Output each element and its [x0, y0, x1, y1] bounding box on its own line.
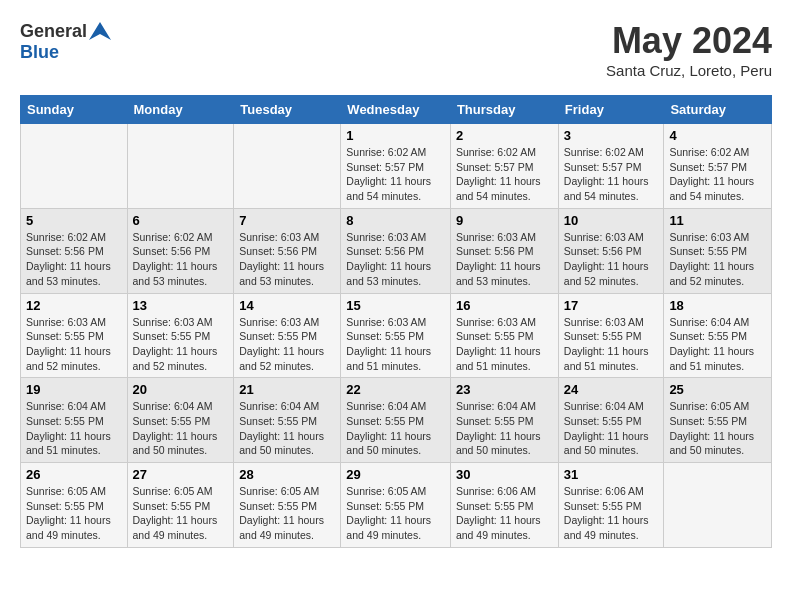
day-number: 14 — [239, 298, 335, 313]
day-info: Sunrise: 6:05 AMSunset: 5:55 PMDaylight:… — [26, 484, 122, 543]
day-info: Sunrise: 6:04 AMSunset: 5:55 PMDaylight:… — [26, 399, 122, 458]
location: Santa Cruz, Loreto, Peru — [606, 62, 772, 79]
calendar-cell: 6Sunrise: 6:02 AMSunset: 5:56 PMDaylight… — [127, 208, 234, 293]
day-number: 8 — [346, 213, 445, 228]
day-info: Sunrise: 6:05 AMSunset: 5:55 PMDaylight:… — [669, 399, 766, 458]
day-number: 26 — [26, 467, 122, 482]
calendar-cell: 13Sunrise: 6:03 AMSunset: 5:55 PMDayligh… — [127, 293, 234, 378]
day-number: 5 — [26, 213, 122, 228]
day-info: Sunrise: 6:05 AMSunset: 5:55 PMDaylight:… — [346, 484, 445, 543]
calendar-table: SundayMondayTuesdayWednesdayThursdayFrid… — [20, 95, 772, 548]
calendar-cell — [664, 463, 772, 548]
day-info: Sunrise: 6:04 AMSunset: 5:55 PMDaylight:… — [456, 399, 553, 458]
day-number: 10 — [564, 213, 659, 228]
calendar-cell: 11Sunrise: 6:03 AMSunset: 5:55 PMDayligh… — [664, 208, 772, 293]
day-info: Sunrise: 6:03 AMSunset: 5:55 PMDaylight:… — [239, 315, 335, 374]
calendar-cell: 18Sunrise: 6:04 AMSunset: 5:55 PMDayligh… — [664, 293, 772, 378]
day-info: Sunrise: 6:05 AMSunset: 5:55 PMDaylight:… — [133, 484, 229, 543]
day-number: 7 — [239, 213, 335, 228]
day-info: Sunrise: 6:03 AMSunset: 5:56 PMDaylight:… — [456, 230, 553, 289]
week-row-4: 26Sunrise: 6:05 AMSunset: 5:55 PMDayligh… — [21, 463, 772, 548]
day-number: 18 — [669, 298, 766, 313]
week-row-2: 12Sunrise: 6:03 AMSunset: 5:55 PMDayligh… — [21, 293, 772, 378]
calendar-cell: 24Sunrise: 6:04 AMSunset: 5:55 PMDayligh… — [558, 378, 664, 463]
day-info: Sunrise: 6:04 AMSunset: 5:55 PMDaylight:… — [346, 399, 445, 458]
day-info: Sunrise: 6:02 AMSunset: 5:56 PMDaylight:… — [26, 230, 122, 289]
day-info: Sunrise: 6:03 AMSunset: 5:55 PMDaylight:… — [346, 315, 445, 374]
day-number: 2 — [456, 128, 553, 143]
logo-bird-icon — [89, 20, 111, 42]
calendar-cell — [127, 124, 234, 209]
calendar-cell: 27Sunrise: 6:05 AMSunset: 5:55 PMDayligh… — [127, 463, 234, 548]
day-number: 25 — [669, 382, 766, 397]
day-number: 12 — [26, 298, 122, 313]
calendar-cell: 5Sunrise: 6:02 AMSunset: 5:56 PMDaylight… — [21, 208, 128, 293]
logo-blue: Blue — [20, 42, 111, 63]
day-number: 6 — [133, 213, 229, 228]
week-row-0: 1Sunrise: 6:02 AMSunset: 5:57 PMDaylight… — [21, 124, 772, 209]
header-thursday: Thursday — [450, 96, 558, 124]
header-friday: Friday — [558, 96, 664, 124]
calendar-cell: 7Sunrise: 6:03 AMSunset: 5:56 PMDaylight… — [234, 208, 341, 293]
day-number: 23 — [456, 382, 553, 397]
day-number: 1 — [346, 128, 445, 143]
day-number: 21 — [239, 382, 335, 397]
calendar-cell: 20Sunrise: 6:04 AMSunset: 5:55 PMDayligh… — [127, 378, 234, 463]
calendar-cell: 29Sunrise: 6:05 AMSunset: 5:55 PMDayligh… — [341, 463, 451, 548]
day-number: 17 — [564, 298, 659, 313]
day-info: Sunrise: 6:06 AMSunset: 5:55 PMDaylight:… — [564, 484, 659, 543]
header-saturday: Saturday — [664, 96, 772, 124]
calendar-cell: 26Sunrise: 6:05 AMSunset: 5:55 PMDayligh… — [21, 463, 128, 548]
day-info: Sunrise: 6:03 AMSunset: 5:56 PMDaylight:… — [564, 230, 659, 289]
day-info: Sunrise: 6:03 AMSunset: 5:56 PMDaylight:… — [346, 230, 445, 289]
calendar-cell: 12Sunrise: 6:03 AMSunset: 5:55 PMDayligh… — [21, 293, 128, 378]
day-number: 19 — [26, 382, 122, 397]
calendar-cell: 2Sunrise: 6:02 AMSunset: 5:57 PMDaylight… — [450, 124, 558, 209]
calendar-cell: 8Sunrise: 6:03 AMSunset: 5:56 PMDaylight… — [341, 208, 451, 293]
calendar-cell: 25Sunrise: 6:05 AMSunset: 5:55 PMDayligh… — [664, 378, 772, 463]
calendar-cell: 23Sunrise: 6:04 AMSunset: 5:55 PMDayligh… — [450, 378, 558, 463]
calendar-cell: 19Sunrise: 6:04 AMSunset: 5:55 PMDayligh… — [21, 378, 128, 463]
day-info: Sunrise: 6:04 AMSunset: 5:55 PMDaylight:… — [133, 399, 229, 458]
day-info: Sunrise: 6:03 AMSunset: 5:55 PMDaylight:… — [669, 230, 766, 289]
day-number: 3 — [564, 128, 659, 143]
day-number: 20 — [133, 382, 229, 397]
day-number: 30 — [456, 467, 553, 482]
calendar-cell: 3Sunrise: 6:02 AMSunset: 5:57 PMDaylight… — [558, 124, 664, 209]
day-info: Sunrise: 6:02 AMSunset: 5:57 PMDaylight:… — [564, 145, 659, 204]
day-info: Sunrise: 6:06 AMSunset: 5:55 PMDaylight:… — [456, 484, 553, 543]
week-row-3: 19Sunrise: 6:04 AMSunset: 5:55 PMDayligh… — [21, 378, 772, 463]
day-info: Sunrise: 6:04 AMSunset: 5:55 PMDaylight:… — [669, 315, 766, 374]
day-info: Sunrise: 6:02 AMSunset: 5:57 PMDaylight:… — [669, 145, 766, 204]
calendar-cell: 17Sunrise: 6:03 AMSunset: 5:55 PMDayligh… — [558, 293, 664, 378]
calendar-cell: 21Sunrise: 6:04 AMSunset: 5:55 PMDayligh… — [234, 378, 341, 463]
day-number: 29 — [346, 467, 445, 482]
calendar-cell: 4Sunrise: 6:02 AMSunset: 5:57 PMDaylight… — [664, 124, 772, 209]
calendar-cell — [234, 124, 341, 209]
day-info: Sunrise: 6:03 AMSunset: 5:55 PMDaylight:… — [133, 315, 229, 374]
day-info: Sunrise: 6:04 AMSunset: 5:55 PMDaylight:… — [564, 399, 659, 458]
calendar-cell: 9Sunrise: 6:03 AMSunset: 5:56 PMDaylight… — [450, 208, 558, 293]
month-title: May 2024 — [606, 20, 772, 62]
calendar-cell: 1Sunrise: 6:02 AMSunset: 5:57 PMDaylight… — [341, 124, 451, 209]
logo-general: General — [20, 21, 87, 42]
calendar-header-row: SundayMondayTuesdayWednesdayThursdayFrid… — [21, 96, 772, 124]
calendar-cell: 15Sunrise: 6:03 AMSunset: 5:55 PMDayligh… — [341, 293, 451, 378]
calendar-body: 1Sunrise: 6:02 AMSunset: 5:57 PMDaylight… — [21, 124, 772, 548]
day-number: 13 — [133, 298, 229, 313]
day-number: 22 — [346, 382, 445, 397]
day-info: Sunrise: 6:03 AMSunset: 5:56 PMDaylight:… — [239, 230, 335, 289]
calendar-cell: 10Sunrise: 6:03 AMSunset: 5:56 PMDayligh… — [558, 208, 664, 293]
calendar-cell: 14Sunrise: 6:03 AMSunset: 5:55 PMDayligh… — [234, 293, 341, 378]
title-section: May 2024 Santa Cruz, Loreto, Peru — [606, 20, 772, 79]
header-monday: Monday — [127, 96, 234, 124]
day-number: 16 — [456, 298, 553, 313]
day-number: 28 — [239, 467, 335, 482]
week-row-1: 5Sunrise: 6:02 AMSunset: 5:56 PMDaylight… — [21, 208, 772, 293]
day-number: 11 — [669, 213, 766, 228]
day-number: 24 — [564, 382, 659, 397]
day-info: Sunrise: 6:02 AMSunset: 5:57 PMDaylight:… — [346, 145, 445, 204]
calendar-cell: 31Sunrise: 6:06 AMSunset: 5:55 PMDayligh… — [558, 463, 664, 548]
day-info: Sunrise: 6:03 AMSunset: 5:55 PMDaylight:… — [564, 315, 659, 374]
calendar-cell: 30Sunrise: 6:06 AMSunset: 5:55 PMDayligh… — [450, 463, 558, 548]
